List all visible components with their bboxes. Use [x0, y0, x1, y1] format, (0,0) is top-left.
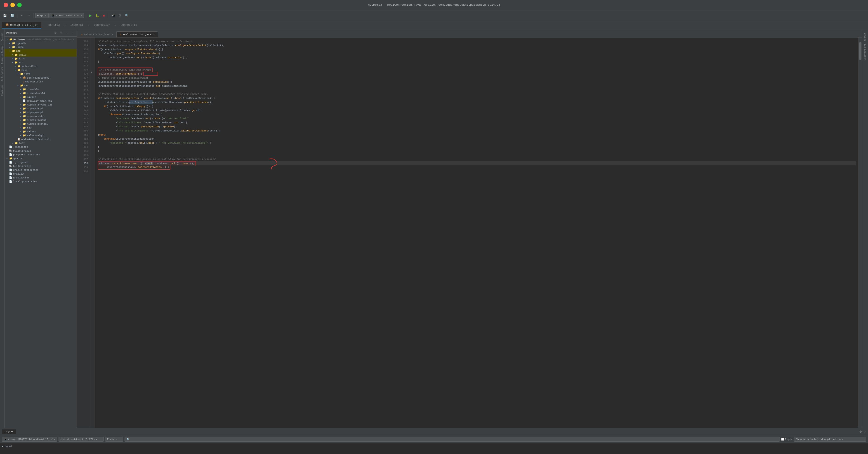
run-config-label: app — [40, 14, 44, 17]
tree-item-proguard[interactable]: 📄 proguard-rules.pro — [4, 153, 76, 157]
save-button[interactable]: 💾 — [2, 13, 8, 18]
logcat-app-selector[interactable]: Show only selected application ▾ — [794, 437, 866, 442]
java-file-icon-tab2: ☕ — [120, 33, 121, 36]
line-num-335: 335 — [77, 68, 90, 72]
device-selector[interactable]: 📱 Xiaomi M2007J17C ▾ — [50, 13, 84, 18]
tab-realconnection[interactable]: ☕ RealConnection.java ✕ — [116, 31, 158, 37]
logcat-device-selector[interactable]: 📱 Xiaomi M2007J17C Android 10, / ▾ — [2, 437, 57, 442]
device-file-explorer-button[interactable]: Device File Explorer — [863, 31, 867, 62]
tree-item-netdemo3[interactable]: ▾ 📁 NetDemo3 ~/AndroidStudioProjects/Net… — [4, 37, 76, 41]
collapse-icon-btn[interactable]: — — [64, 31, 69, 35]
nav-tab-connecttls[interactable]: connectTls — [117, 22, 141, 29]
close-tab-realconnection[interactable]: ✕ — [153, 33, 155, 36]
run-button[interactable]: ▶ — [88, 12, 93, 19]
tree-item-mipmap-xxhdpi[interactable]: ▸ 📁 mipmap-xxhdpi — [4, 118, 76, 122]
expand-icon-btn[interactable]: ⊞ — [59, 31, 63, 35]
tree-item-mipmap-xxxhdpi[interactable]: ▸ 📁 mipmap-xxxhdpi — [4, 122, 76, 126]
tree-item-app[interactable]: ▾ 📁 app — [4, 49, 76, 53]
tree-item-androidmanifest[interactable]: 📋 AndroidManifest.xml — [4, 137, 76, 141]
tree-item-activity-main-xml[interactable]: 📄 activity_main.xml — [4, 99, 76, 103]
tree-item-gradle-folder[interactable]: ▸ 📁 gradle — [4, 157, 76, 160]
sdk-button[interactable]: ⚙ — [117, 13, 123, 18]
project-tool-button[interactable]: Project — [1, 31, 4, 42]
tree-item-build[interactable]: ▾ 📁 build — [4, 53, 76, 57]
nav-breadcrumb: 📦 okhttp-3.14.9.jar › okhttp3 › internal… — [0, 21, 868, 29]
folder-icon-mipmap-anydpi: ▸ 📁 — [20, 103, 26, 106]
logcat-package-label: com.nb.netdemo3 (31171) — [61, 438, 95, 441]
code-editor: ☕ MainActivity.java ✕ ☕ RealConnection.j… — [77, 29, 862, 428]
logcat-close-btn[interactable]: ✕ — [864, 430, 866, 433]
code-content[interactable]: 328 329 330 331 332 333 334 335 336 337 … — [77, 37, 862, 428]
line-num-328: 328 — [77, 39, 90, 43]
resource-manager-button[interactable]: Resource Manager — [1, 43, 4, 65]
debug-button[interactable]: 🐛 — [94, 13, 101, 18]
tab-mainactivity[interactable]: ☕ MainActivity.java ✕ — [78, 31, 116, 37]
favorites-button[interactable]: Favorites — [1, 83, 4, 97]
tree-item-main[interactable]: ▾ 📁 main — [4, 68, 76, 72]
maximize-button[interactable] — [17, 3, 22, 7]
tree-item-gradlew[interactable]: 📄 gradlew — [4, 172, 76, 176]
nav-tab-okhttp3[interactable]: okhttp3 — [45, 22, 63, 29]
tree-item-src[interactable]: ▾ 📁 src — [4, 61, 76, 64]
tree-item-mipmap-anydpi[interactable]: ▸ 📁 mipmap-anydpi-v26 — [4, 103, 76, 107]
sync-button[interactable]: 🔄 — [9, 13, 16, 18]
tree-item-mipmap-xhdpi[interactable]: ▸ 📁 mipmap-xhdpi — [4, 114, 76, 118]
tree-item-gitignore[interactable]: 📄 .gitignore — [4, 145, 76, 149]
nav-tab-internal[interactable]: internal — [67, 22, 87, 29]
stop-button[interactable]: ■ — [101, 13, 106, 18]
tree-label-package: com.nb.netdemo3 — [27, 76, 49, 79]
structure-button[interactable]: Z: Structure — [1, 65, 4, 83]
tab-logcat[interactable]: Logcat — [2, 429, 16, 434]
tree-item-mipmap-hdpi[interactable]: ▸ 📁 mipmap-hdpi — [4, 107, 76, 110]
nav-tab-connection[interactable]: connection — [90, 22, 114, 29]
tree-item-package[interactable]: ▾ 📦 com.nb.netdemo3 — [4, 76, 76, 80]
tree-item-raw[interactable]: ▸ 📁 raw — [4, 126, 76, 130]
tree-item-mipmap-mdpi[interactable]: ▸ 📁 mipmap-mdpi — [4, 110, 76, 114]
code-lines[interactable]: // Configure the socket's ciphers, TLS v… — [95, 37, 859, 428]
scrollbar-thumb[interactable] — [859, 42, 862, 60]
tree-item-layout[interactable]: ▾ 📁 layout — [4, 95, 76, 99]
back-button[interactable]: ← — [19, 13, 25, 18]
tree-item-androidtest[interactable]: ▸ 📁 androidTest — [4, 64, 76, 68]
editor-scrollbar[interactable] — [859, 37, 862, 428]
tree-item-build-gradle2[interactable]: 🐘 build.gradle — [4, 164, 76, 168]
logcat-search-input[interactable] — [125, 437, 780, 442]
tree-item-drawable[interactable]: ▸ 📁 drawable — [4, 88, 76, 91]
tree-item-res[interactable]: ▾ 📁 res — [4, 84, 76, 88]
line-num-359: 359 — [77, 165, 90, 169]
tree-item-values[interactable]: ▸ 📁 values — [4, 130, 76, 133]
tree-item-mainactivity[interactable]: ☕ MainActivity — [4, 80, 76, 84]
window-title: NetDemo3 – RealConnection.java [Gradle: … — [368, 3, 500, 6]
logcat-settings-btn[interactable]: ⚙ — [859, 430, 862, 433]
folder-icon-main: ▾ 📁 — [14, 69, 21, 72]
tree-item-values-night[interactable]: ▸ 📁 values-night — [4, 133, 76, 137]
tree-item-gitignore2[interactable]: 📄 .gitignore — [4, 160, 76, 164]
regex-check[interactable] — [781, 438, 784, 441]
nav-tab-okhttp[interactable]: 📦 okhttp-3.14.9.jar — [2, 22, 41, 29]
logcat-regex-checkbox[interactable]: Regex — [781, 438, 793, 441]
tree-item-local-properties[interactable]: 📄 local.properties — [4, 180, 76, 184]
logcat-package-selector[interactable]: com.nb.netdemo3 (31171) ▾ — [59, 437, 104, 442]
tree-item-idea[interactable]: ▸ 📁 .idea — [4, 45, 76, 49]
tree-item-gradlew-bat[interactable]: 📄 gradlew.bat — [4, 176, 76, 180]
tree-item-build-gradle[interactable]: 🐘 build.gradle — [4, 149, 76, 153]
file-icon-gitignore: 📄 — [9, 145, 12, 149]
tree-item-test[interactable]: ▸ 📁 test — [4, 141, 76, 145]
logcat-level-selector[interactable]: Error ▾ — [105, 437, 123, 442]
tree-item-libs[interactable]: ▸ 📁 libs — [4, 57, 76, 61]
minimize-button[interactable] — [10, 3, 15, 7]
avd-button[interactable]: 📲 — [110, 13, 116, 18]
close-tab-mainactivity[interactable]: ✕ — [112, 33, 113, 36]
search-everywhere-button[interactable]: 🔍 — [124, 13, 130, 18]
tree-item-drawable-v24[interactable]: ▸ 📁 drawable-v24 — [4, 91, 76, 95]
code-line-352: throw new SSLPeerUnverifiedException ( — [98, 137, 856, 141]
tree-item-java[interactable]: ▾ 📁 java — [4, 72, 76, 76]
tree-item-gradle-properties[interactable]: 📄 gradle.properties — [4, 168, 76, 172]
forward-button[interactable]: → — [26, 13, 31, 18]
gear-icon-btn[interactable]: ⋮ — [70, 31, 75, 35]
line-num-330: 330 — [77, 47, 90, 52]
close-button[interactable] — [4, 3, 8, 7]
cog-icon-btn[interactable]: ⚙ — [53, 31, 58, 35]
run-config-selector[interactable]: ▶ app ▾ — [35, 13, 49, 18]
tree-item-gradle-wrapper[interactable]: ▸ 📁 .gradle — [4, 41, 76, 45]
